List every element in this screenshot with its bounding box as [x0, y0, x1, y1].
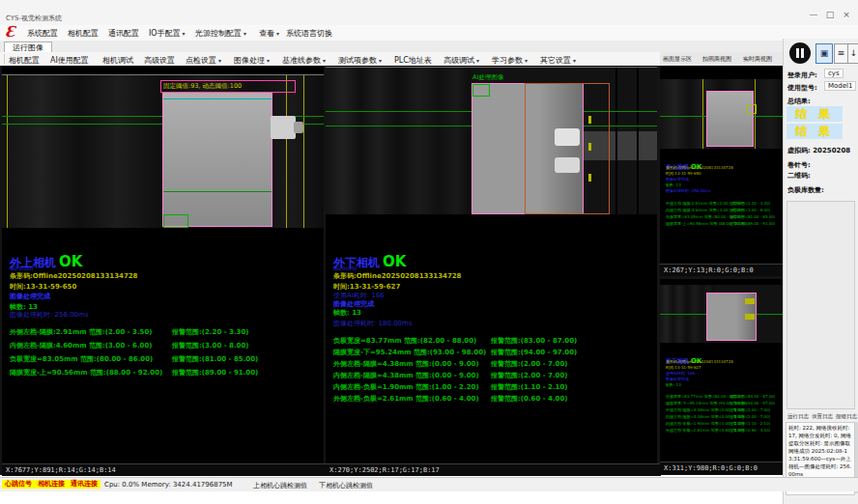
log-tab-errors[interactable]: 报错日志 [836, 413, 857, 420]
tool-baseline-params[interactable]: 基准线参数 [282, 55, 326, 66]
measurement-row: 负极宽度=83.77mm 范围:(82.00 - 88.00)报警范围:(83.… [666, 394, 780, 399]
overlay-yellow-line [702, 79, 703, 149]
overlay-yellow-mark [745, 314, 755, 320]
result-ok-badge: OK [383, 253, 406, 270]
pause-icon [796, 48, 799, 58]
minimize-button[interactable]: — [806, 10, 821, 19]
result-badge-lower: 结 果 [786, 124, 843, 139]
menu-bar: Ɛ 系统配置 相机配置 通讯配置 IO手配置 光源控制配置 查看 系统语言切换 [0, 25, 858, 41]
overlay-roi-box [163, 214, 188, 228]
tool-plc-address[interactable]: PLC地址表 [394, 55, 432, 66]
measurement-row: 内侧左档-隔膜:4.60mm 范围:(3.00 - 6.00)报警范围:(3.0… [10, 341, 319, 350]
detected-electrode-block [706, 91, 754, 147]
maximize-button[interactable]: □ [822, 10, 838, 19]
frame-count-text: 帧数: 13 [333, 308, 361, 318]
frame-count-text: 帧数: 13 [666, 382, 681, 387]
measurement-row: 外侧左档-隔膜=4.38mm 范围:(0.00 - 9.00)报警范围:(2.0… [333, 359, 652, 369]
cpu-memory-text: Cpu: 0.0% Memory: 3424.41796875M [104, 481, 233, 489]
camera-viewport-upper[interactable]: 固定阈值:93, 动态阈值:100 [2, 75, 324, 228]
comm-connect-badge: 通讯连接 [68, 480, 100, 489]
pixel-coords-mini-bottom: X:311;Y:980;R:0;G:0;B:0 [660, 462, 786, 474]
overlay-yellow-line [303, 75, 304, 228]
menu-light-config[interactable]: 光源控制配置 [195, 28, 246, 39]
frame-count-text: 帧数: 13 [666, 182, 681, 187]
image-texture [326, 68, 471, 214]
lower-camera-heartbeat-text: 下相机心跳检测值 [319, 481, 373, 490]
connector-object [271, 116, 296, 139]
overlay-yellow-line [286, 75, 287, 228]
tool-other-settings[interactable]: 其它设置 [540, 55, 576, 66]
aux-tab-live-views[interactable]: 实时两视图 [743, 55, 772, 64]
measurement-row: 隔膜宽度-上=90.56mm 范围:(88.00 - 92.00)报警范围:(8… [10, 368, 319, 378]
measurement-row: 负极宽度=83.77mm 范围:(82.00 - 88.00)报警范围:(83.… [333, 336, 652, 346]
measurement-row: 外侧左档-隔膜:2.91mm 范围:(2.00 - 3.50)报警范围:(2.2… [666, 201, 780, 206]
virtual-code-label: 虚拟码: 20250208 [787, 146, 850, 155]
barcode-text: 条形码:Offline20250208133134728 [10, 271, 138, 281]
tool-advanced-settings[interactable]: 高级设置 [144, 55, 175, 66]
sidebar-list-area[interactable] [786, 201, 855, 409]
process-time-text: 图像处理耗时: 256.00ms [10, 310, 89, 320]
barcode-text: 条形码:Offline20250208133134728 [666, 359, 733, 364]
menu-comm-config[interactable]: 通讯配置 [108, 28, 139, 39]
list-button[interactable]: ≡ [834, 43, 848, 64]
process-done-text: 图像处理完成 [10, 292, 50, 301]
overlay-yellow-mark [745, 298, 755, 304]
measurement-row: 负极宽度=83.05mm 范围:(80.00 - 86.00)报警范围:(81.… [10, 354, 319, 364]
aux-tab-photo-views[interactable]: 拍照两视图 [702, 55, 731, 64]
overlay-yellow-mark [588, 143, 591, 151]
tool-test-params[interactable]: 测试项参数 [338, 55, 382, 66]
tool-advanced-debug[interactable]: 高级调试 [443, 55, 479, 66]
model-label: 使用型号: [787, 83, 817, 93]
menu-language-switch[interactable]: 系统语言切换 [286, 28, 332, 39]
barcode-text: 条形码:Offline20250208133134728 [666, 165, 733, 170]
log-tab-settings[interactable]: 设置日志 [812, 413, 833, 420]
camera-viewport-lower[interactable]: AI处理图像 [326, 68, 657, 214]
menu-camera-config[interactable]: 相机配置 [68, 28, 99, 39]
menu-system-config[interactable]: 系统配置 [27, 28, 58, 39]
mini-viewport-upper[interactable] [660, 79, 783, 149]
camera-view-button[interactable]: ▣ [815, 43, 833, 64]
tool-image-process[interactable]: 图像处理 [234, 55, 270, 66]
process-done-text: 图像处理完成 [666, 177, 689, 182]
result-badge-upper: 结 果 [786, 106, 843, 122]
tool-learn-params[interactable]: 学习参数 [492, 55, 528, 66]
qr-code-label: 二维码: [787, 171, 811, 181]
app-logo-icon: Ɛ [5, 23, 15, 41]
right-sidebar: ▣ ≡ ↓ 登录用户: cys 使用型号: Model1 总结果: 结 果 结 … [783, 39, 858, 504]
measurement-row: 隔膜宽度-下=95.24mm 范围:(93.00 - 98.00)报警范围:(9… [666, 401, 780, 406]
login-user-value[interactable]: cys [824, 69, 844, 78]
measurement-row: 外侧左档-负极=2.61mm 范围:(0.60 - 4.00)报警范围:(0.6… [666, 428, 780, 433]
camera-connect-badge: 相机连接 [35, 480, 68, 489]
detected-electrode-block [162, 92, 272, 227]
overlay-yellow-box [747, 104, 757, 114]
pixel-coords-left: X:7677;Y:891;R:14;G:14;B:14 [2, 463, 328, 476]
mini-viewport-lower[interactable] [660, 285, 783, 343]
log-text: 耗时: 222, 网络接收耗时: 17, 网络分发耗时: 0, 网络提取分区耗时… [786, 423, 854, 481]
menu-io-config[interactable]: IO手配置 [149, 28, 186, 39]
menu-view[interactable]: 查看 [259, 28, 279, 39]
aux-view-header: 画面显示区 拍照两视图 实时两视图 [660, 52, 783, 67]
tool-spot-check[interactable]: 点检设置 [186, 55, 221, 66]
measurement-row: 隔膜宽度-下=95.24mm 范围:(93.00 - 98.00)报警范围:(9… [333, 348, 652, 357]
model-value[interactable]: Model1 [824, 81, 856, 91]
log-tab-run[interactable]: 运行日志 [787, 413, 809, 420]
tool-ai-config[interactable]: AI使用配置 [50, 55, 89, 66]
ai-process-label: AI处理图像 [472, 73, 503, 82]
window-title: CYS-视觉检测系统 [6, 14, 62, 23]
measurement-row: 内侧左档-隔膜:4.60mm 范围:(3.00 - 6.00)报警范围:(3.0… [666, 208, 780, 212]
measurement-row: 内侧左档-负极=1.90mm 范围:(1.00 - 2.20)报警范围:(1.1… [666, 421, 780, 426]
pause-icon [801, 48, 804, 58]
close-button[interactable]: × [839, 10, 854, 19]
total-result-label: 总结果: [787, 97, 811, 106]
tool-camera-config[interactable]: 相机配置 [9, 55, 40, 66]
measurement-row: 外侧左档-隔膜=4.38mm 范围:(0.00 - 9.00)报警范围:(2.0… [666, 407, 780, 412]
heartbeat-badge: 心跳信号 [2, 480, 35, 489]
measurement-row: 外侧左档-隔膜:2.91mm 范围:(2.00 - 3.50)报警范围:(2.2… [10, 327, 319, 337]
pause-button[interactable] [789, 42, 811, 64]
download-button[interactable]: ↓ [847, 43, 858, 64]
process-done-text: 图像处理完成 [666, 377, 689, 381]
pixel-coords-mini-top: X:267;Y:13;R:0;G:0;B:0 [660, 264, 786, 276]
measurement-row: 内侧左档-隔膜=4.38mm 范围:(0.00 - 9.00)报警范围:(2.0… [333, 371, 652, 380]
aux-tab-display-area[interactable]: 画面显示区 [663, 55, 692, 64]
tool-camera-debug[interactable]: 相机调试 [102, 55, 133, 66]
